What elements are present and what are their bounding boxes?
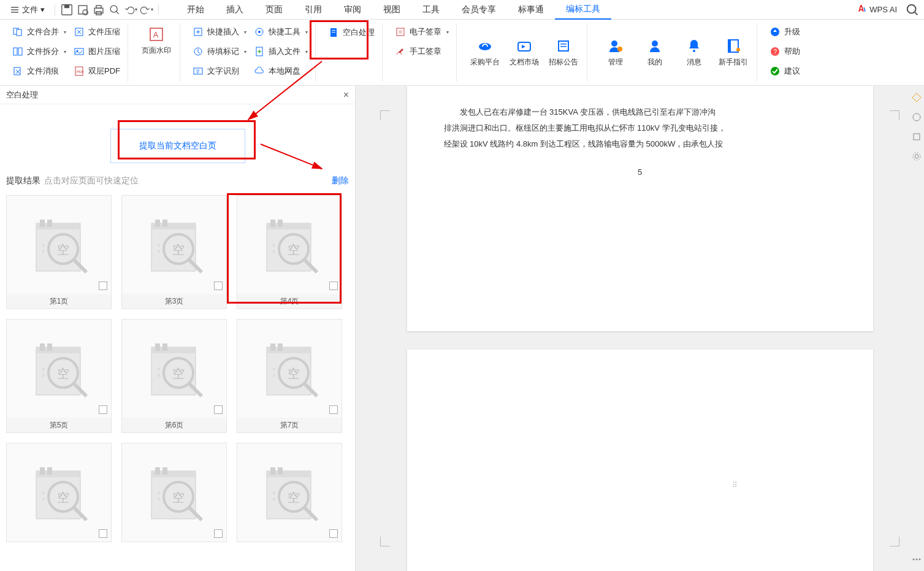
search-icon[interactable] (906, 3, 919, 17)
thumbnail-checkbox[interactable] (99, 405, 107, 414)
docmarket-button[interactable]: 文档市场 (506, 23, 543, 82)
merge-icon (12, 26, 23, 37)
file-merge-button[interactable]: 文件合并▾ (10, 23, 69, 40)
tab-view[interactable]: 视图 (372, 0, 411, 20)
drag-handle-icon[interactable]: ⠿ (732, 483, 739, 487)
wps-ai-button[interactable]: WPS AI (857, 4, 897, 15)
thumbnail-checkbox[interactable] (329, 529, 338, 538)
tool-icon[interactable] (911, 131, 922, 142)
delete-link[interactable]: 删除 (332, 175, 349, 186)
file-split-button[interactable]: 文件拆分▾ (10, 43, 69, 60)
pdf-icon: PDF (74, 66, 85, 77)
zoom-icon[interactable] (108, 3, 121, 17)
manage-button[interactable]: 管理 (597, 23, 634, 82)
tab-start[interactable]: 开始 (176, 0, 215, 20)
upgrade-button[interactable]: 升级 (767, 23, 803, 40)
svg-rect-115 (914, 134, 920, 140)
hamburger-icon (10, 5, 20, 15)
thumbnail-checkbox[interactable] (214, 282, 223, 290)
svg-text:空: 空 (172, 243, 185, 256)
save-icon[interactable] (60, 3, 74, 17)
thumbnail-checkbox[interactable] (99, 529, 107, 538)
procure-button[interactable]: 采购平台 (467, 23, 503, 82)
insert-file-button[interactable]: 插入文件▾ (251, 43, 310, 60)
menu-file[interactable]: 文件 ▾ (5, 1, 50, 18)
print-icon[interactable] (92, 3, 105, 17)
thumbnail-checkbox[interactable] (99, 282, 107, 290)
redo-icon[interactable]: ▾ (140, 3, 153, 17)
svg-rect-5 (96, 6, 101, 8)
split-icon (12, 46, 23, 57)
tab-insert[interactable]: 插入 (215, 0, 254, 20)
tab-bianbiao[interactable]: 编标工具 (555, 0, 611, 20)
chevron-down-icon: ▾ (64, 29, 66, 35)
svg-rect-12 (18, 48, 22, 55)
handsign-button[interactable]: 手工签章 (392, 43, 451, 60)
tab-reference[interactable]: 引用 (294, 0, 333, 20)
page-thumbnail[interactable]: 空 (6, 443, 112, 542)
blank-panel: 空白处理 × 提取当前文档空白页 提取结果 点击对应页面可快速定位 删除 空 第… (0, 86, 356, 571)
tab-member[interactable]: 会员专享 (451, 0, 507, 20)
file-erase-button[interactable]: 文件消痕 (10, 63, 69, 80)
extract-button[interactable]: 提取当前文档空白页 (110, 129, 245, 163)
local-disk-button[interactable]: 本地网盘 (251, 63, 310, 80)
page-thumbnail[interactable]: 空 (121, 443, 227, 542)
thumbnail-checkbox[interactable] (329, 282, 338, 290)
svg-rect-95 (40, 467, 45, 475)
undo-icon[interactable]: ▾ (124, 3, 137, 17)
image-compress-button[interactable]: 图片压缩 (71, 43, 123, 60)
quick-insert-button[interactable]: 快捷插入▾ (190, 23, 249, 40)
suggest-button[interactable]: 建议 (767, 63, 803, 80)
help-button[interactable]: ?帮助 (767, 43, 803, 60)
tab-review[interactable]: 审阅 (333, 0, 372, 20)
wps-ai-label: WPS AI (869, 5, 897, 14)
fill-mark-button[interactable]: 待填标记▾ (190, 43, 249, 60)
thumbnail-grid: 空 第1页 空 第3页 空 第4页 (4, 193, 351, 545)
book-icon (725, 37, 742, 55)
page-thumbnail[interactable]: 空 第1页 (6, 195, 112, 309)
page-thumbnail[interactable]: 空 第5页 (6, 319, 112, 433)
notice-icon (555, 37, 572, 55)
blank-process-button[interactable]: 空白处理 (326, 23, 377, 42)
tab-biaoshitong[interactable]: 标事通 (507, 0, 555, 20)
imgcompress-icon (74, 46, 85, 57)
close-icon[interactable]: × (343, 90, 349, 101)
document-view[interactable]: 发包人已在右岸修建一台 315KVA 变压器，供电线路已引至右岸下游冲沟 排洪洞… (356, 86, 924, 571)
thumbnail-checkbox[interactable] (329, 405, 338, 414)
file-compress-button[interactable]: 文件压缩 (71, 23, 123, 40)
more-icon[interactable] (911, 554, 922, 565)
thumbnail-checkbox[interactable] (214, 405, 223, 414)
svg-point-119 (916, 559, 918, 561)
thumbnail-checkbox[interactable] (214, 529, 223, 538)
page-thumbnail[interactable]: 空 第6页 (121, 319, 227, 433)
panel-header: 空白处理 × (0, 86, 355, 104)
chevron-down-icon: ▾ (305, 29, 308, 35)
page-thumbnail[interactable]: 空 第3页 (121, 195, 227, 309)
thumb-image: 空 (7, 320, 111, 418)
quick-tool-button[interactable]: 快捷工具▾ (251, 23, 310, 40)
ribbon: 文件合并▾ 文件拆分▾ 文件消痕 文件压缩 图片压缩 PDF双层PDF A 页面… (0, 20, 924, 86)
page-thumbnail[interactable]: 空 (237, 443, 342, 542)
diamond-icon[interactable] (911, 92, 922, 103)
dual-pdf-button[interactable]: PDF双层PDF (71, 63, 123, 80)
chevron-down-icon: ▾ (40, 5, 45, 14)
svg-point-39 (617, 47, 622, 52)
thumb-image: 空 (7, 196, 111, 294)
page-thumbnail[interactable]: 空 第4页 (237, 195, 342, 309)
ocr-button[interactable]: 字文字识别 (190, 63, 249, 80)
print-preview-icon[interactable] (76, 3, 90, 17)
page-thumbnail[interactable]: 空 第7页 (237, 319, 342, 433)
svg-rect-110 (278, 467, 283, 475)
message-button[interactable]: 消息 (676, 23, 712, 82)
mine-button[interactable]: 我的 (636, 23, 673, 82)
gear-icon[interactable] (911, 151, 922, 162)
file-label: 文件 (22, 4, 38, 15)
up-icon (769, 26, 781, 37)
watermark-button[interactable]: A 页面水印 (138, 23, 175, 58)
guide-button[interactable]: 新手指引 (715, 23, 752, 82)
tab-page[interactable]: 页面 (254, 0, 294, 20)
esign-button[interactable]: 电子签章▾ (392, 23, 451, 40)
palette-icon[interactable] (911, 112, 922, 123)
tab-tools[interactable]: 工具 (411, 0, 451, 20)
bidnotice-button[interactable]: 招标公告 (545, 23, 582, 82)
